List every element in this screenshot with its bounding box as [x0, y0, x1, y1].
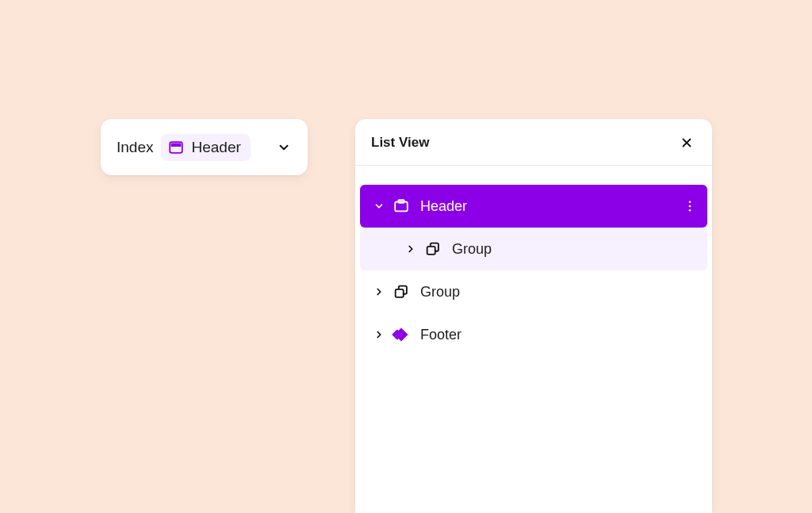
tree: Header: [355, 166, 712, 366]
list-view-header: List View: [355, 119, 712, 166]
more-button[interactable]: [682, 199, 698, 213]
header-icon: [167, 139, 185, 156]
chevron-down-icon: [277, 140, 291, 155]
svg-rect-1: [171, 143, 182, 147]
tree-row-header[interactable]: Header: [360, 185, 707, 228]
group-icon: [392, 282, 411, 301]
svg-point-4: [689, 201, 691, 203]
breadcrumb-root[interactable]: Index: [117, 139, 153, 156]
tree-row-group[interactable]: Group: [360, 270, 707, 313]
list-view-panel: List View: [355, 119, 712, 513]
more-vertical-icon: [683, 199, 697, 213]
group-icon: [423, 239, 442, 258]
tree-row-label: Group: [452, 241, 492, 258]
tree-row-label: Header: [420, 198, 467, 215]
footer-icon: [392, 325, 411, 344]
header-icon: [392, 197, 411, 216]
tree-row-footer[interactable]: Footer: [360, 313, 707, 356]
tree-row-label: Group: [420, 284, 460, 301]
breadcrumb: Index Header: [101, 119, 308, 175]
chevron-down-icon: [373, 201, 385, 212]
list-view-title: List View: [371, 135, 429, 151]
breadcrumb-chip[interactable]: Header: [161, 134, 250, 161]
chevron-right-icon: [373, 329, 385, 340]
tree-row-group[interactable]: Group: [360, 228, 707, 270]
close-button[interactable]: [677, 133, 696, 152]
svg-point-6: [689, 209, 691, 212]
breadcrumb-chip-label: Header: [191, 139, 240, 156]
svg-point-5: [689, 205, 691, 208]
breadcrumb-dropdown[interactable]: [273, 136, 295, 159]
tree-row-label: Footer: [420, 327, 462, 343]
svg-rect-11: [395, 328, 408, 342]
close-icon: [680, 136, 694, 150]
expand-toggle[interactable]: [403, 243, 419, 255]
chevron-right-icon: [405, 243, 416, 255]
svg-rect-8: [427, 247, 435, 255]
expand-toggle[interactable]: [371, 201, 387, 212]
expand-toggle[interactable]: [371, 286, 387, 297]
chevron-right-icon: [373, 286, 385, 297]
expand-toggle[interactable]: [371, 329, 387, 340]
svg-rect-10: [396, 289, 404, 297]
